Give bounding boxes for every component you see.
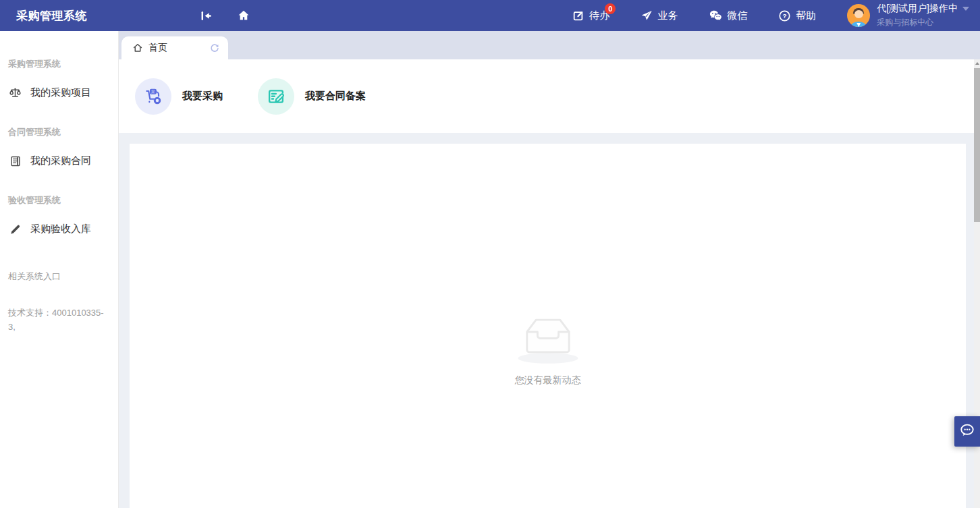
empty-message: 您没有最新动态 bbox=[515, 374, 581, 387]
chat-feedback-button[interactable] bbox=[954, 416, 980, 447]
cart-icon: 采 bbox=[135, 78, 171, 115]
wechat-icon bbox=[709, 9, 722, 22]
user-department: 采购与招标中心 bbox=[877, 17, 969, 28]
content-area: 您没有最新动态 bbox=[119, 133, 980, 508]
navbar-right: 待办 0 业务 bbox=[572, 3, 980, 28]
app-window: 采购管理系统 bbox=[0, 0, 980, 508]
cart-glyph: 采 bbox=[151, 89, 155, 93]
contract-edit-icon bbox=[258, 78, 294, 115]
paper-plane-icon bbox=[641, 9, 653, 22]
edit-square-icon bbox=[572, 9, 584, 22]
tab-home[interactable]: 首页 bbox=[121, 36, 228, 59]
user-menu[interactable]: 代[测试用户]操作中 采购与招标中心 bbox=[847, 3, 969, 28]
tab-label: 首页 bbox=[148, 42, 167, 54]
chat-bubble-icon bbox=[958, 422, 976, 442]
nav-item-label: 业务 bbox=[657, 9, 678, 22]
sidebar-section-contract: 合同管理系统 bbox=[8, 126, 118, 138]
refresh-icon[interactable] bbox=[209, 43, 220, 53]
nav-item-business[interactable]: 业务 bbox=[641, 9, 678, 22]
home-outline-icon bbox=[132, 43, 143, 53]
sidebar-tech-support: 技术支持：4001010335-3, bbox=[8, 306, 105, 335]
document-icon bbox=[9, 155, 22, 167]
quick-action-label: 我要采购 bbox=[182, 90, 223, 103]
quick-action-label: 我要合同备案 bbox=[305, 90, 366, 103]
quick-action-contract-filing[interactable]: 我要合同备案 bbox=[258, 78, 366, 115]
scrollbar-thumb[interactable] bbox=[974, 68, 980, 222]
page-body: 采购管理系统 我的采购项目 合同管理系统 bbox=[0, 31, 980, 508]
scrollbar-up-arrow[interactable] bbox=[974, 59, 980, 67]
sidebar-section-procurement: 采购管理系统 bbox=[8, 58, 118, 70]
nav-item-label: 帮助 bbox=[796, 9, 816, 22]
sidebar-item-my-procurement-projects[interactable]: 我的采购项目 bbox=[9, 86, 118, 99]
user-text: 代[测试用户]操作中 采购与招标中心 bbox=[877, 3, 969, 28]
quick-action-purchase[interactable]: 采 我要采购 bbox=[135, 78, 223, 115]
pencil-icon bbox=[9, 223, 22, 235]
user-name: 代[测试用户]操作中 bbox=[877, 3, 958, 15]
todo-count-badge: 0 bbox=[605, 3, 616, 14]
user-avatar bbox=[847, 4, 870, 27]
navbar-left-icons bbox=[200, 9, 250, 22]
nav-item-todo[interactable]: 待办 0 bbox=[572, 9, 609, 22]
sidebar-item-label: 采购验收入库 bbox=[30, 223, 91, 235]
tab-bar: 首页 bbox=[119, 31, 980, 59]
collapse-sidebar-icon[interactable] bbox=[200, 9, 213, 22]
sidebar-item-acceptance-warehousing[interactable]: 采购验收入库 bbox=[9, 223, 118, 235]
sidebar-related-systems: 相关系统入口 bbox=[8, 271, 118, 283]
quick-actions-panel: 采 我要采购 我要合 bbox=[119, 59, 980, 133]
question-glyph: ? bbox=[783, 11, 787, 19]
empty-inbox-icon bbox=[516, 312, 580, 368]
app-title: 采购管理系统 bbox=[0, 8, 173, 24]
sidebar: 采购管理系统 我的采购项目 合同管理系统 bbox=[0, 31, 119, 508]
sidebar-section-acceptance: 验收管理系统 bbox=[8, 194, 118, 206]
home-icon[interactable] bbox=[237, 9, 250, 22]
sidebar-item-label: 我的采购项目 bbox=[30, 86, 91, 99]
question-circle-icon: ? bbox=[778, 9, 791, 22]
sidebar-item-label: 我的采购合同 bbox=[30, 154, 91, 167]
nav-item-label: 微信 bbox=[727, 9, 747, 22]
empty-state: 您没有最新动态 bbox=[515, 312, 581, 387]
sidebar-item-my-contracts[interactable]: 我的采购合同 bbox=[9, 154, 118, 167]
chevron-down-icon bbox=[962, 7, 969, 11]
nav-item-help[interactable]: ? 帮助 bbox=[778, 9, 816, 22]
activity-card: 您没有最新动态 bbox=[130, 144, 966, 508]
top-navbar: 采购管理系统 bbox=[0, 0, 980, 31]
scale-icon bbox=[9, 86, 22, 99]
main-area: 首页 bbox=[119, 31, 980, 508]
nav-item-wechat[interactable]: 微信 bbox=[709, 9, 747, 22]
